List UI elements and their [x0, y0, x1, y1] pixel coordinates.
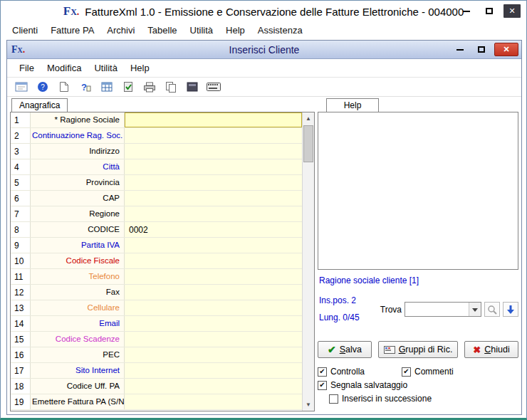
card-icon[interactable]	[13, 79, 30, 95]
child-menu-utilita[interactable]: Utilità	[89, 62, 122, 74]
row-value[interactable]	[125, 253, 302, 268]
row-value[interactable]	[125, 144, 302, 159]
row-value[interactable]	[125, 379, 302, 394]
child-close-button[interactable]: ✕	[494, 43, 518, 56]
row-label: Codice Fiscale	[31, 253, 125, 268]
help-icon[interactable]: ?	[34, 79, 51, 95]
search-button[interactable]	[484, 302, 500, 317]
menu-clienti[interactable]: Clienti	[6, 23, 43, 37]
row-value[interactable]	[125, 128, 302, 143]
form-row: 16 PEC	[11, 347, 302, 363]
row-value[interactable]	[125, 206, 302, 221]
help-content-box	[318, 112, 518, 270]
new-document-icon[interactable]	[56, 79, 73, 95]
child-maximize-button[interactable]	[473, 43, 490, 56]
row-number: 14	[11, 316, 31, 331]
chiudi-button[interactable]: ✖ Chiudi	[464, 341, 518, 358]
tab-help[interactable]: Help	[326, 98, 379, 112]
context-help-icon[interactable]: ?	[77, 79, 94, 95]
row-value[interactable]	[125, 332, 302, 347]
keyboard-icon[interactable]	[205, 79, 222, 95]
form-row: 18 Codice Uff. PA	[11, 379, 302, 394]
form-scrollbar[interactable]: ▲ ▼	[302, 112, 314, 411]
row-number: 11	[11, 269, 31, 284]
row-value[interactable]: 0002	[125, 222, 302, 237]
tab-anagrafica[interactable]: Anagrafica	[11, 98, 68, 112]
maximize-icon	[486, 8, 493, 14]
copy-icon[interactable]	[162, 79, 179, 95]
minimize-button[interactable]	[458, 4, 475, 18]
row-value[interactable]	[125, 238, 302, 253]
menu-fatture-pa[interactable]: Fatture PA	[45, 23, 100, 37]
row-value[interactable]	[125, 175, 302, 190]
row-label: Indirizzo	[31, 144, 125, 159]
scroll-up-icon[interactable]: ▲	[303, 112, 314, 125]
form-row: 17 Sito Internet	[11, 363, 302, 379]
row-value[interactable]	[125, 112, 302, 127]
row-label: Cellulare	[31, 300, 125, 315]
row-number: 8	[11, 222, 31, 237]
row-value[interactable]	[125, 285, 302, 300]
table-icon[interactable]	[98, 79, 115, 95]
child-menu-modifica[interactable]: Modifica	[42, 62, 86, 74]
controlla-checkbox[interactable]	[318, 367, 327, 377]
row-number: 3	[11, 144, 31, 159]
row-value[interactable]	[125, 347, 302, 362]
row-number: 4	[11, 159, 31, 174]
scroll-down-icon[interactable]: ▼	[303, 399, 314, 411]
trova-value[interactable]	[405, 303, 469, 316]
close-x-icon: ✖	[473, 345, 481, 355]
row-label: Continuazione Rag. Soc.	[31, 128, 125, 143]
commenti-checkbox[interactable]	[402, 367, 411, 377]
trova-label: Trova	[380, 305, 402, 315]
chevron-down-icon[interactable]	[469, 303, 481, 316]
anagrafica-panel: Anagrafica 1 * Ragione Sociale 2 Continu…	[10, 98, 315, 411]
inserisci-in-successione-checkbox[interactable]	[329, 394, 338, 404]
gruppi-di-ric-button[interactable]: Gruppi di Ric.	[378, 341, 458, 358]
main-menubar: Clienti Fatture PA Archivi Tabelle Utili…	[1, 22, 526, 40]
form-row: 9 Partita IVA	[11, 238, 302, 253]
clipboard-check-icon[interactable]	[120, 79, 137, 95]
print-icon[interactable]	[141, 79, 158, 95]
row-value[interactable]	[125, 191, 302, 206]
menu-utilita[interactable]: Utilità	[184, 23, 219, 37]
child-menu-help[interactable]: Help	[125, 62, 155, 74]
maximize-button[interactable]	[481, 4, 498, 18]
maximize-icon	[478, 46, 485, 53]
close-button[interactable]: ✕	[503, 4, 521, 18]
row-value[interactable]	[125, 159, 302, 174]
form-row: 3 Indirizzo	[11, 144, 302, 159]
form-row: 13 Cellulare	[11, 300, 302, 316]
child-titlebar[interactable]: FX. Inserisci Cliente ✕	[7, 41, 521, 59]
menu-archivi[interactable]: Archivi	[101, 23, 140, 37]
fetch-button[interactable]	[503, 302, 518, 317]
app-logo-icon: FX.	[63, 4, 80, 19]
row-label: Fax	[31, 285, 125, 300]
trova-combobox[interactable]	[405, 302, 481, 317]
row-number: 6	[11, 191, 31, 206]
panel-icon[interactable]	[184, 79, 201, 95]
menu-tabelle[interactable]: Tabelle	[142, 23, 182, 37]
main-titlebar[interactable]: FX. FattureXml 1.0 - Emissione e Conserv…	[1, 1, 526, 22]
salva-button[interactable]: ✔ Salva	[318, 341, 372, 358]
row-value[interactable]	[125, 394, 302, 409]
scroll-thumb[interactable]	[303, 125, 313, 162]
row-number: 9	[11, 238, 31, 253]
row-value[interactable]	[125, 363, 302, 378]
form-row: 4 Città	[11, 159, 302, 175]
row-number: 10	[11, 253, 31, 268]
row-label: Telefono	[31, 269, 125, 284]
row-value[interactable]	[125, 300, 302, 315]
child-menu-file[interactable]: File	[14, 62, 39, 74]
check-icon: ✔	[328, 344, 336, 355]
length-indicator: Lung. 0/45	[319, 313, 360, 322]
menu-help[interactable]: Help	[220, 23, 251, 37]
menu-assistenza[interactable]: Assistenza	[252, 23, 308, 37]
row-value[interactable]	[125, 316, 302, 331]
child-minimize-button[interactable]	[452, 43, 469, 56]
segnala-salvataggio-checkbox[interactable]	[318, 381, 327, 390]
row-number: 15	[11, 332, 31, 347]
anagrafica-form: 1 * Ragione Sociale 2 Continuazione Rag.…	[10, 112, 315, 411]
row-value[interactable]	[125, 269, 302, 284]
row-label: Partita IVA	[31, 238, 125, 253]
